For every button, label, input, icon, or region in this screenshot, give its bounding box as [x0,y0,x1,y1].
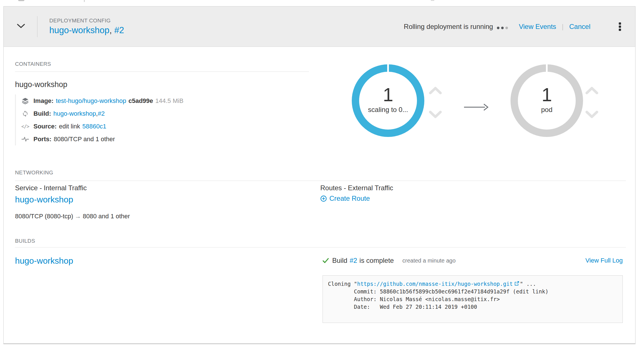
build-config-link[interactable]: hugo-workshop [15,256,73,266]
clipped-row-fragment [18,0,24,1]
git-url-link[interactable]: https://github.com/nmasse-itix/hugo-work… [357,281,513,287]
build-status-prefix: Build [332,257,347,265]
source-label: Source: [33,123,57,130]
check-icon [323,258,329,263]
containers-rule [15,71,309,72]
build-label: Build: [33,110,51,117]
target-pod-label: pod [520,106,574,114]
log-line: Cloning "https://github.com/nmasse-itix/… [328,280,622,288]
build-log: Cloning "https://github.com/nmasse-itix/… [323,275,623,323]
ports-label: Ports: [33,136,52,143]
header-actions: Rolling deployment is running View Event… [404,21,622,32]
title-block: DEPLOYMENT CONFIG hugo-workshop, #2 [49,18,124,35]
view-full-log-link[interactable]: View Full Log [585,257,623,264]
log-line: Commit: 58860c1b56f5899cb50ec6961f2e4718… [328,288,622,295]
deployment-status-text: Rolling deployment is running [404,23,493,31]
scale-up-button[interactable] [585,86,598,95]
current-pods-donut: 1 scaling to 0... [352,64,424,137]
image-label: Image: [33,97,54,105]
collapse-toggle-button[interactable] [17,24,25,29]
deployment-config-link[interactable]: hugo-workshop [49,25,109,35]
builds-rule [15,247,626,248]
view-events-link[interactable]: View Events [519,23,556,31]
panel-header: DEPLOYMENT CONFIG hugo-workshop, #2 Roll… [4,7,635,47]
source-text: edit link [59,123,80,130]
donut-notch [546,64,548,72]
image-size: 144.5 MiB [155,97,183,105]
build-status-suffix: is complete [359,257,394,265]
donut-notch [387,64,389,72]
header-divider [37,16,37,37]
image-stream-link[interactable]: test-hugo/hugo-workshop [56,97,126,105]
routes-heading: Routes - External Traffic [320,184,393,192]
arrow-right-glyph: → [73,213,83,220]
scale-down-button[interactable] [585,111,598,119]
build-created-timestamp: created a minute ago [402,257,456,264]
chevron-down-icon [585,115,598,119]
build-config-link[interactable]: hugo-workshop [53,110,96,117]
openshift-overview-page: DEPLOYMENT CONFIG hugo-workshop, #2 Roll… [0,0,644,351]
external-link-icon [514,280,519,288]
resource-kind-label: DEPLOYMENT CONFIG [49,18,124,24]
builds-section-label: BUILDS [15,238,35,244]
container-detail-rows: Image: test-hugo/hugo-workshop c5ad99e 1… [15,94,183,145]
log-line: Author: Nicolas Massé <nicolas.masse@iti… [328,295,622,303]
chevron-down-icon [429,115,442,119]
refresh-icon [20,110,30,117]
action-divider: | [562,23,564,31]
target-pods-stepper [585,86,598,135]
pulse-icon [20,136,30,142]
cancel-deployment-link[interactable]: Cancel [569,23,590,31]
ports-text: 8080/TCP and 1 other [54,136,115,143]
deployment-config-panel: DEPLOYMENT CONFIG hugo-workshop, #2 Roll… [3,6,635,344]
networking-section-label: NETWORKING [15,170,53,176]
build-number-link[interactable]: #2 [98,110,105,117]
source-row: </> Source: edit link 58860c1 [20,120,183,133]
title-separator: , [109,25,114,35]
page-title: hugo-workshop, #2 [49,25,124,35]
build-status-row: Build #2 is complete created a minute ag… [323,257,623,265]
clipped-row-fragment [431,0,434,1]
code-icon: </> [20,124,30,129]
layers-icon [20,97,30,105]
scale-up-button[interactable] [429,86,442,95]
loading-dots-icon [495,27,508,29]
target-pod-count: 1 [520,85,574,105]
plus-circle-icon [320,195,327,202]
service-heading: Service - Internal Traffic [15,184,87,192]
arrow-right-icon [463,102,489,113]
panel-body: CONTAINERS hugo-workshop Image: test-hug… [4,47,635,343]
networking-rule [15,181,626,181]
container-name: hugo-workshop [15,80,67,89]
create-route-link[interactable]: Create Route [320,194,370,202]
service-ports-line: 8080/TCP (8080-tcp)→8080 and 1 other [15,213,130,220]
current-pod-label: scaling to 0... [361,106,415,114]
log-line: Date: Wed Feb 27 20:11:14 2019 +0100 [328,303,622,311]
source-commit-link[interactable]: 58860c1 [82,123,106,130]
chevron-up-icon [429,91,442,95]
clipped-row-fragment [84,0,85,2]
target-pods-donut: 1 pod [510,64,583,137]
ports-row: Ports: 8080/TCP and 1 other [20,133,183,145]
chevron-up-icon [585,91,598,95]
deployment-number-link[interactable]: #2 [114,25,124,35]
build-row: Build: hugo-workshop , #2 [20,107,183,120]
image-sha: c5ad99e [128,97,153,105]
current-pods-stepper [429,86,442,135]
build-number-link[interactable]: #2 [349,257,357,265]
chevron-down-icon [17,24,25,29]
service-link[interactable]: hugo-workshop [15,195,73,204]
create-route-label: Create Route [329,194,370,202]
image-row: Image: test-hugo/hugo-workshop c5ad99e 1… [20,94,183,107]
scale-down-button[interactable] [429,111,442,119]
current-pod-count: 1 [361,85,415,105]
containers-section-label: CONTAINERS [15,61,51,67]
kebab-menu-button[interactable] [618,21,622,32]
